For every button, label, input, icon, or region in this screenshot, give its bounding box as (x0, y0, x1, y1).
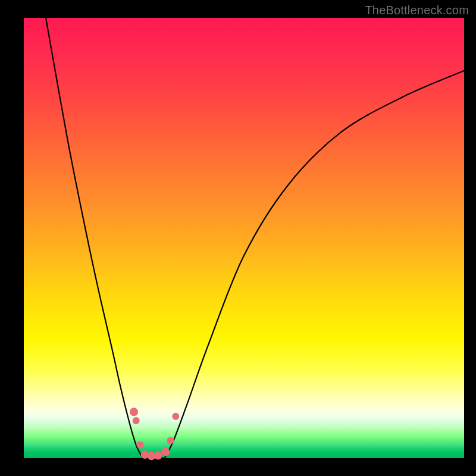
data-dot (154, 452, 162, 460)
curve-right (165, 71, 464, 458)
data-dot (172, 413, 179, 420)
plot-area (24, 18, 464, 458)
data-dot (133, 417, 140, 424)
watermark-text: TheBottleneck.com (365, 4, 469, 17)
chart-frame: TheBottleneck.com (0, 0, 476, 476)
data-dot (130, 408, 138, 416)
data-dot (161, 448, 170, 456)
curve-left (46, 18, 143, 458)
dot-cluster (130, 408, 179, 460)
data-dot (136, 441, 143, 449)
data-dot (167, 437, 174, 444)
curves-svg (24, 18, 464, 458)
